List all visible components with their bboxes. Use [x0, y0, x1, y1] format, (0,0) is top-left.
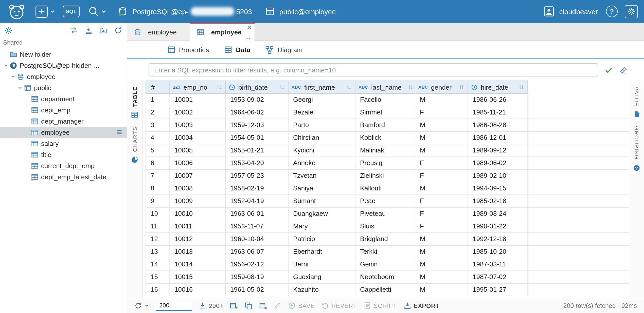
grid-cell[interactable]: Piveteau: [355, 208, 415, 220]
panel-tab-charts[interactable]: CHARTS: [131, 123, 138, 168]
sort-icon[interactable]: [408, 84, 414, 90]
row-number-cell[interactable]: 14: [146, 258, 170, 270]
tree-item[interactable]: dept_emp_latest_date: [0, 171, 127, 182]
apply-filter-icon[interactable]: [604, 66, 613, 74]
tree-item[interactable]: dept_emp: [0, 104, 127, 115]
grid-cell[interactable]: Facello: [355, 94, 415, 106]
grid-cell[interactable]: M: [415, 258, 468, 270]
grid-cell[interactable]: Zielinski: [355, 170, 415, 182]
grid-cell[interactable]: Preusig: [355, 157, 415, 169]
column-header-birth_date[interactable]: birth_date: [226, 81, 289, 94]
new-folder-icon[interactable]: [99, 26, 108, 34]
column-header-hire_date[interactable]: hire_date: [468, 81, 528, 94]
grid-cell[interactable]: M: [415, 233, 468, 245]
grid-cell[interactable]: 1994-09-15: [468, 182, 528, 194]
grid-cell[interactable]: Parto: [289, 119, 355, 131]
grid-cell[interactable]: Bezalel: [289, 106, 355, 119]
add-row-button[interactable]: [230, 302, 238, 310]
navigator-settings-icon[interactable]: [5, 26, 13, 34]
grid-cell[interactable]: 1963-06-01: [226, 208, 289, 220]
grid-cell[interactable]: Sluis: [355, 220, 415, 232]
grid-cell[interactable]: 1958-02-19: [226, 182, 289, 194]
grid-cell[interactable]: 10012: [170, 233, 226, 245]
grid-cell[interactable]: M: [415, 119, 468, 131]
connection-selector[interactable]: PostgreSQL@ep- 5203: [118, 6, 252, 16]
save-button[interactable]: SAVE: [288, 302, 315, 309]
row-number-cell[interactable]: 11: [146, 220, 170, 232]
grid-cell[interactable]: 1986-06-26: [468, 94, 528, 106]
node-menu-icon[interactable]: [116, 129, 123, 136]
grid-cell[interactable]: 10003: [170, 119, 226, 131]
grid-cell[interactable]: 10001: [170, 94, 226, 106]
tree-item[interactable]: PostgreSQL@ep-hidden-...: [0, 60, 127, 71]
settings-button[interactable]: [625, 5, 638, 18]
grid-cell[interactable]: 1989-09-12: [468, 144, 528, 156]
script-button[interactable]: SCRIPT: [364, 302, 397, 309]
grid-cell[interactable]: Mary: [289, 220, 355, 232]
grid-cell[interactable]: 10002: [170, 106, 226, 119]
grid-cell[interactable]: 10008: [170, 182, 226, 194]
grid-cell[interactable]: Berni: [289, 258, 355, 270]
fetch-size-input[interactable]: [156, 301, 192, 311]
row-number-header[interactable]: #: [146, 81, 170, 94]
grid-cell[interactable]: 10015: [170, 271, 226, 283]
delete-row-button[interactable]: [259, 302, 267, 310]
grid-cell[interactable]: F: [415, 195, 468, 207]
grid-cell[interactable]: 1953-11-07: [226, 220, 289, 232]
grid-cell[interactable]: 10013: [170, 246, 226, 258]
column-header-gender[interactable]: ABCgender: [415, 81, 468, 94]
grid-cell[interactable]: 1992-12-18: [468, 233, 528, 245]
grid-cell[interactable]: 1953-09-02: [226, 94, 289, 106]
fetch-more-button[interactable]: 200+: [199, 302, 223, 309]
row-number-cell[interactable]: 10: [146, 208, 170, 220]
tree-item[interactable]: title: [0, 149, 127, 160]
row-number-cell[interactable]: 4: [146, 132, 170, 144]
grid-cell[interactable]: Saniya: [289, 182, 355, 194]
grid-cell[interactable]: 1990-01-22: [468, 220, 528, 232]
revert-button[interactable]: REVERT: [321, 302, 357, 309]
grid-cell[interactable]: M: [415, 284, 468, 296]
grid-cell[interactable]: M: [415, 144, 468, 156]
sort-icon[interactable]: [518, 84, 524, 90]
grid-cell[interactable]: Terkki: [355, 246, 415, 258]
grid-cell[interactable]: 1954-05-01: [226, 132, 289, 144]
grid-cell[interactable]: 10010: [170, 208, 226, 220]
grid-cell[interactable]: F: [415, 170, 468, 182]
panel-tab-value[interactable]: VALUE: [633, 83, 640, 122]
row-number-cell[interactable]: 8: [146, 182, 170, 194]
caret-icon[interactable]: [16, 84, 23, 91]
help-button[interactable]: ?: [606, 6, 618, 17]
grid-cell[interactable]: 10011: [170, 220, 226, 232]
grid-cell[interactable]: M: [415, 182, 468, 194]
grid-cell[interactable]: 1961-05-02: [226, 284, 289, 296]
refresh-tree-icon[interactable]: [114, 26, 122, 34]
caret-icon[interactable]: [2, 62, 9, 69]
collapse-all-icon[interactable]: [85, 26, 93, 34]
grid-cell[interactable]: 1995-01-27: [468, 284, 528, 296]
grid-cell[interactable]: Maliniak: [355, 144, 415, 156]
filter-input[interactable]: [149, 63, 598, 76]
sync-editor-icon[interactable]: [70, 26, 78, 34]
editor-tab[interactable]: employee: [127, 23, 190, 41]
grid-cell[interactable]: 1986-12-01: [468, 132, 528, 144]
grid-cell[interactable]: M: [415, 94, 468, 106]
row-number-cell[interactable]: 12: [146, 233, 170, 245]
grid-cell[interactable]: 10006: [170, 157, 226, 169]
subtab-diagram[interactable]: Diagram: [258, 41, 310, 58]
grid-cell[interactable]: Tzvetan: [289, 170, 355, 182]
row-number-cell[interactable]: 16: [146, 284, 170, 296]
grid-cell[interactable]: F: [415, 157, 468, 169]
grid-cell[interactable]: Kyoichi: [289, 144, 355, 156]
panel-tab-grouping[interactable]: GROUPING: [633, 122, 640, 176]
caret-icon[interactable]: [9, 73, 16, 80]
sql-editor-button[interactable]: SQL: [63, 6, 80, 17]
grid-cell[interactable]: Chirstian: [289, 132, 355, 144]
tree-item[interactable]: employee: [0, 71, 127, 82]
grid-cell[interactable]: Cappelletti: [355, 284, 415, 296]
column-header-emp_no[interactable]: 123emp_no: [170, 81, 226, 94]
grid-cell[interactable]: 1964-06-02: [226, 106, 289, 119]
grid-cell[interactable]: F: [415, 220, 468, 232]
tree-item[interactable]: New folder: [0, 49, 127, 60]
grid-cell[interactable]: 1960-10-04: [226, 233, 289, 245]
tree-item[interactable]: salary: [0, 138, 127, 149]
